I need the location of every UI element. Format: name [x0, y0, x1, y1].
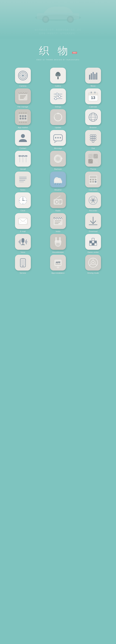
icon-contact[interactable]: Contact: [12, 130, 34, 149]
svg-text:APP: APP: [56, 261, 60, 264]
icons-row-9: Voice: [5, 234, 111, 253]
icon-weather[interactable]: Weather: [48, 172, 68, 191]
icon-settings[interactable]: Setings: [48, 88, 68, 108]
svg-rect-105: [19, 178, 26, 179]
svg-point-152: [95, 201, 96, 202]
icon-housekeeper[interactable]: Housekeeper: [48, 234, 68, 253]
icon-app-market[interactable]: App market: [12, 109, 34, 128]
icon-camera[interactable]: Camera: [12, 68, 34, 87]
clock-icon-svg: [17, 194, 29, 206]
browser-label: Browser: [90, 126, 96, 128]
icon-notes[interactable]: Notes: [12, 172, 34, 191]
icon-backups[interactable]: Backups: [48, 151, 68, 170]
svg-rect-56: [22, 118, 24, 120]
voice-icon-svg: [17, 236, 29, 248]
icon-calculator[interactable]: Calculator: [82, 172, 104, 191]
svg-point-5: [68, 17, 72, 22]
svg-point-149: [90, 198, 91, 200]
icon-voice[interactable]: Voice: [12, 234, 34, 253]
svg-point-205: [92, 262, 94, 263]
svg-rect-165: [55, 220, 61, 221]
icons-row-8: E-mail: [5, 213, 111, 232]
svg-rect-111: [54, 180, 62, 183]
service-label: Service: [20, 272, 26, 274]
icon-download[interactable]: Download: [82, 213, 104, 232]
app-installation-label: App installation: [52, 272, 65, 274]
icon-clock[interactable]: Clock: [12, 192, 34, 212]
svg-point-69: [21, 134, 25, 138]
svg-rect-44: [91, 92, 92, 93]
svg-rect-52: [20, 115, 21, 117]
icon-browser[interactable]: Browser: [82, 109, 104, 128]
icon-app-installation[interactable]: APP App installation: [48, 255, 68, 274]
icon-driving-mode[interactable]: Driving mode: [82, 255, 104, 274]
download-icon-svg: [87, 215, 99, 227]
icons-row-10: Service APP: [5, 255, 111, 274]
svg-rect-53: [22, 115, 24, 117]
svg-point-147: [92, 197, 94, 198]
svg-rect-118: [92, 179, 94, 180]
camera-icon-svg: [17, 70, 29, 82]
calendar-icon-svg: 13: [87, 90, 99, 102]
icons-row-5: Vamall Backups: [5, 151, 111, 170]
icon-dial[interactable]: Dial: [82, 130, 104, 149]
svg-rect-28: [96, 72, 97, 80]
icon-recorder[interactable]: Recorder: [82, 192, 104, 212]
icon-gallery[interactable]: Gallery: [48, 68, 68, 87]
icons-row-6: Notes W: [5, 172, 111, 191]
svg-point-91: [19, 155, 20, 156]
svg-rect-188: [94, 240, 97, 243]
svg-point-36: [56, 93, 58, 95]
icon-vamall[interactable]: Vamall: [12, 151, 34, 170]
icon-update[interactable]: Update: [48, 109, 68, 128]
icon-music[interactable]: Music: [82, 68, 104, 87]
svg-rect-31: [20, 96, 26, 96]
driving-mode-icon-svg: [87, 256, 99, 269]
app-market-icon-svg: [17, 111, 29, 123]
icon-game-center[interactable]: Game center: [82, 234, 104, 253]
icon-service[interactable]: Service: [12, 255, 34, 274]
icons-row-2: File manage Setings: [5, 88, 111, 108]
email-icon-svg: [17, 215, 29, 227]
message-icon-svg: [52, 132, 64, 144]
svg-rect-49: [23, 112, 24, 114]
svg-rect-59: [21, 122, 22, 123]
message-label: Message: [54, 147, 62, 149]
svg-rect-48: [21, 112, 22, 114]
icon-radio[interactable]: Radio: [48, 192, 68, 212]
svg-point-40: [55, 98, 57, 100]
svg-rect-61: [25, 122, 26, 123]
svg-rect-33: [20, 98, 24, 98]
icon-file-manage[interactable]: File manage: [12, 88, 34, 108]
svg-point-20: [56, 72, 60, 75]
svg-line-203: [90, 264, 91, 265]
contact-icon-svg: [17, 132, 29, 144]
icon-calendar[interactable]: 13 Calendar: [82, 88, 104, 108]
theme-label: Theme: [90, 168, 96, 170]
weather-label: Weather: [54, 189, 62, 191]
svg-rect-186: [90, 240, 92, 243]
app-market-label: App market: [18, 126, 28, 128]
svg-point-151: [90, 201, 91, 202]
svg-rect-157: [54, 218, 62, 225]
notes-label: Notes: [20, 189, 26, 191]
settings-icon-svg: [52, 90, 64, 102]
game-center-icon-svg: [87, 236, 99, 248]
icons-row-4: Contact: [5, 130, 111, 149]
theme-icon-svg: [87, 152, 99, 165]
dial-label: Dial: [92, 147, 95, 149]
icons-row-3: App market Update: [5, 109, 111, 128]
housekeeper-icon-svg: [52, 236, 64, 248]
icon-video[interactable]: Vedio: [48, 213, 68, 232]
icon-email[interactable]: E-mail: [12, 213, 34, 232]
radio-icon-svg: [52, 194, 64, 206]
svg-point-74: [60, 137, 61, 138]
notes-icon-svg: [17, 173, 29, 186]
browser-icon-svg: [87, 111, 99, 123]
icon-message[interactable]: Message: [48, 130, 68, 149]
svg-rect-25: [91, 73, 92, 80]
icon-theme[interactable]: Theme: [82, 151, 104, 170]
svg-rect-57: [24, 118, 26, 120]
svg-text:13: 13: [91, 96, 95, 100]
service-icon-svg: [17, 256, 29, 269]
